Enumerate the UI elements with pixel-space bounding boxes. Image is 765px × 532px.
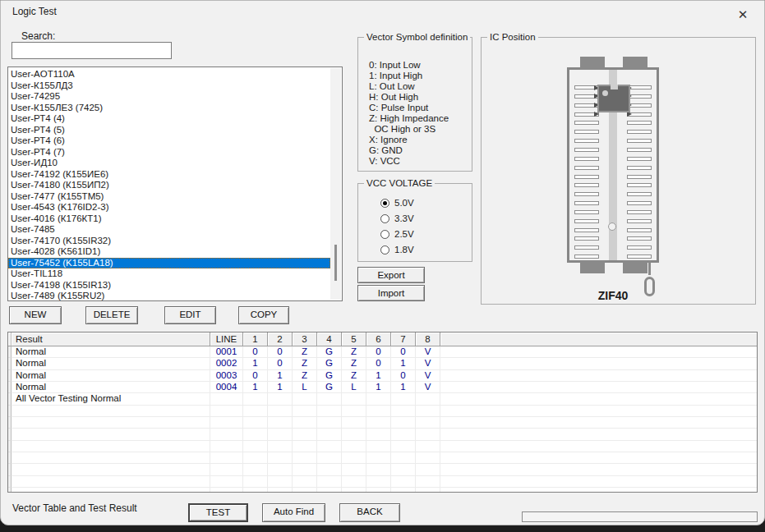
column-header[interactable]: LINE	[210, 332, 243, 346]
auto-find-button[interactable]: Auto Find	[262, 503, 325, 522]
cell-pin: Z	[342, 346, 366, 358]
column-header[interactable]: 8	[416, 332, 440, 346]
cell-pin	[243, 452, 268, 464]
column-header[interactable]: 5	[342, 332, 366, 346]
list-item[interactable]: User-74198 (K155IR13)	[8, 280, 330, 291]
vcc-radio-option[interactable]: 5.0V	[380, 198, 414, 208]
cell-pin	[317, 393, 342, 405]
search-input[interactable]	[12, 42, 172, 59]
table-row[interactable]	[8, 441, 757, 452]
new-button[interactable]: NEW	[9, 306, 62, 324]
test-button[interactable]: TEST	[188, 503, 248, 522]
table-row[interactable]	[8, 488, 757, 493]
ic-listbox[interactable]: User-AOT110AUser-К155ЛД3User-74295User-К…	[7, 66, 343, 301]
list-item[interactable]: User-РТ4 (6)	[8, 135, 330, 147]
pin-slot	[627, 103, 652, 108]
table-row[interactable]	[8, 417, 757, 429]
cell-result: Normal	[12, 346, 210, 358]
pin-slot	[574, 245, 599, 250]
cell-pin	[268, 488, 293, 493]
radio-icon[interactable]	[380, 245, 389, 255]
table-row[interactable]	[8, 476, 757, 488]
vcc-radio-option[interactable]: 2.5V	[380, 229, 414, 239]
list-item[interactable]: User-7477 (К155ТМ5)	[8, 191, 330, 203]
list-item[interactable]: User-К155ЛД3	[8, 80, 330, 92]
copy-button[interactable]: COPY	[238, 306, 289, 324]
list-item[interactable]: User-4028 (K561ID1)	[8, 246, 330, 258]
cell-pin: Z	[293, 346, 317, 358]
list-item[interactable]: User-74170 (K155IR32)	[8, 236, 330, 247]
list-item[interactable]: User-74180 (К155ИП2)	[8, 180, 330, 191]
table-row[interactable]	[8, 464, 757, 475]
column-header[interactable]: 4	[317, 332, 342, 346]
close-icon[interactable]: ✕	[726, 3, 759, 26]
radio-icon[interactable]	[380, 199, 389, 208]
table-row[interactable]: Normal000301ZGZ10V	[8, 370, 757, 382]
list-item[interactable]: User-74295	[8, 91, 330, 103]
column-header[interactable]: 6	[366, 332, 391, 346]
cell-pin	[416, 441, 440, 452]
table-row[interactable]: Normal000100ZGZ00V	[8, 346, 757, 358]
cell-pin: G	[317, 382, 342, 393]
vcc-radio-option[interactable]: 3.3V	[380, 213, 414, 223]
table-row[interactable]: All Vector Testing Normal	[8, 393, 757, 405]
cell-pin	[317, 488, 342, 493]
cell-filler	[440, 429, 757, 440]
list-item[interactable]: User-74192 (К155ИЕ6)	[8, 169, 330, 181]
list-item[interactable]: User-ИД10	[8, 158, 330, 169]
socket-label: ZIF40	[567, 289, 659, 302]
radio-icon[interactable]	[380, 230, 389, 239]
radio-label: 2.5V	[394, 229, 414, 239]
pin-slot	[627, 175, 652, 179]
cell-pin	[243, 406, 268, 417]
import-button[interactable]: Import	[357, 285, 425, 301]
table-row[interactable]: Normal000411LGL11V	[8, 382, 757, 393]
ic-position-group: IC Position ZIF40	[481, 37, 756, 305]
list-item[interactable]: User-75452 (K155LA18)	[8, 258, 330, 269]
cell-pin: 1	[268, 370, 293, 382]
cell-pin	[366, 488, 391, 493]
list-item[interactable]: User-7489 (K155RU2)	[8, 291, 330, 301]
export-button[interactable]: Export	[357, 267, 425, 283]
cell-pin: 0	[366, 358, 391, 369]
cell-pin	[293, 441, 317, 452]
cell-pin: Z	[342, 358, 366, 369]
column-header[interactable]: Result	[12, 332, 210, 346]
column-header[interactable]: 2	[268, 332, 293, 346]
cell-pin	[391, 429, 416, 440]
list-item[interactable]: User-7485	[8, 224, 330, 236]
list-item[interactable]: User-4543 (K176ID2-3)	[8, 202, 330, 213]
list-item[interactable]: User-TIL118	[8, 268, 330, 280]
column-header[interactable]: 7	[391, 332, 416, 346]
cell-pin	[391, 476, 416, 488]
list-item[interactable]: User-К155ЛЕ3 (7425)	[8, 103, 330, 114]
vector-table[interactable]: ResultLINE12345678 Normal000100ZGZ00VNor…	[7, 332, 758, 493]
cell-filler	[440, 476, 757, 488]
scrollbar-thumb[interactable]	[334, 245, 337, 281]
table-row[interactable]: Normal000210ZGZ01V	[8, 358, 757, 369]
list-item[interactable]: User-4016 (К176КТ1)	[8, 213, 330, 225]
radio-icon[interactable]	[380, 214, 389, 223]
delete-button[interactable]: DELETE	[85, 306, 138, 324]
table-row[interactable]	[8, 406, 757, 417]
cell-pin	[366, 441, 391, 452]
vcc-radio-option[interactable]: 1.8V	[380, 245, 414, 255]
table-row[interactable]	[8, 452, 757, 464]
column-header[interactable]: 3	[293, 332, 317, 346]
cell-pin	[317, 406, 342, 417]
column-header[interactable]: 1	[243, 332, 268, 346]
list-item[interactable]: User-РТ4 (7)	[8, 147, 330, 158]
list-item[interactable]: User-РТ4 (4)	[8, 113, 330, 125]
cell-filler	[440, 370, 757, 382]
socket-tab	[623, 260, 647, 273]
table-row[interactable]	[8, 429, 757, 440]
cell-pin	[317, 441, 342, 452]
edit-button[interactable]: EDIT	[164, 306, 216, 324]
listbox-scrollbar[interactable]	[330, 68, 341, 300]
list-item[interactable]: User-AOT110A	[8, 69, 330, 80]
cell-pin	[268, 429, 293, 440]
back-button[interactable]: BACK	[339, 503, 400, 522]
cell-pin	[391, 393, 416, 405]
cell-pin	[391, 452, 416, 464]
list-item[interactable]: User-РТ4 (5)	[8, 125, 330, 136]
